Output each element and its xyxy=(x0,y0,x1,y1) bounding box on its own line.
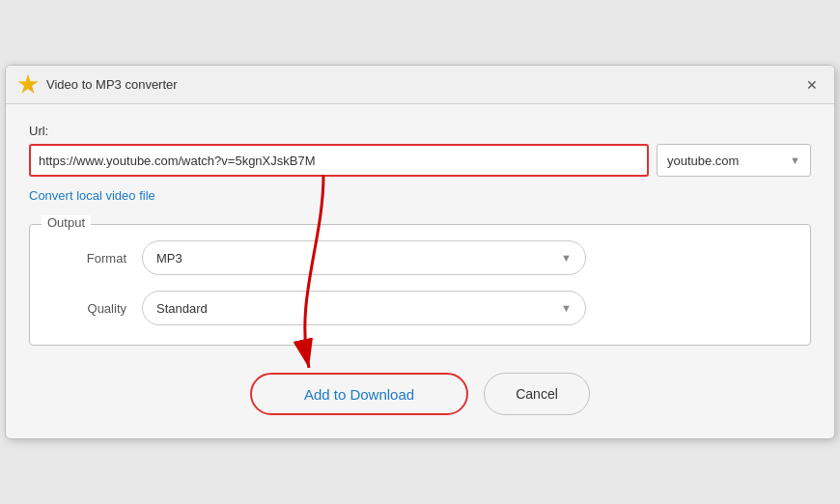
quality-label: Quality xyxy=(49,301,126,316)
site-value: youtube.com xyxy=(667,154,739,168)
format-chevron: ▼ xyxy=(561,252,572,264)
url-label: Url: xyxy=(29,124,811,138)
window-title: Video to MP3 converter xyxy=(46,77,178,92)
url-input[interactable] xyxy=(29,144,649,177)
cancel-button[interactable]: Cancel xyxy=(484,373,590,415)
output-group: Output Format MP3 ▼ Quality Standard ▼ xyxy=(29,224,811,346)
site-dropdown[interactable]: youtube.com ▼ xyxy=(657,144,811,177)
url-row: youtube.com ▼ xyxy=(29,144,811,177)
format-row: Format MP3 ▼ xyxy=(49,240,791,275)
format-value: MP3 xyxy=(156,251,182,266)
buttons-row: Add to Download Cancel xyxy=(29,373,811,415)
app-icon xyxy=(17,74,39,96)
quality-chevron: ▼ xyxy=(561,302,572,314)
add-to-download-button[interactable]: Add to Download xyxy=(250,373,468,415)
content-area: Url: youtube.com ▼ Convert local video f… xyxy=(6,104,834,438)
quality-row: Quality Standard ▼ xyxy=(49,291,791,325)
title-bar: Video to MP3 converter ✕ xyxy=(6,66,834,104)
app-window: Video to MP3 converter ✕ Url: youtube.co… xyxy=(5,65,835,439)
quality-value: Standard xyxy=(156,301,208,316)
title-bar-left: Video to MP3 converter xyxy=(17,74,178,96)
close-button[interactable]: ✕ xyxy=(801,74,823,96)
format-label: Format xyxy=(49,251,126,266)
format-dropdown[interactable]: MP3 ▼ xyxy=(142,240,586,275)
quality-dropdown[interactable]: Standard ▼ xyxy=(142,291,586,325)
convert-local-link[interactable]: Convert local video file xyxy=(29,188,155,203)
output-legend: Output xyxy=(42,215,91,230)
site-dropdown-chevron: ▼ xyxy=(790,154,800,166)
